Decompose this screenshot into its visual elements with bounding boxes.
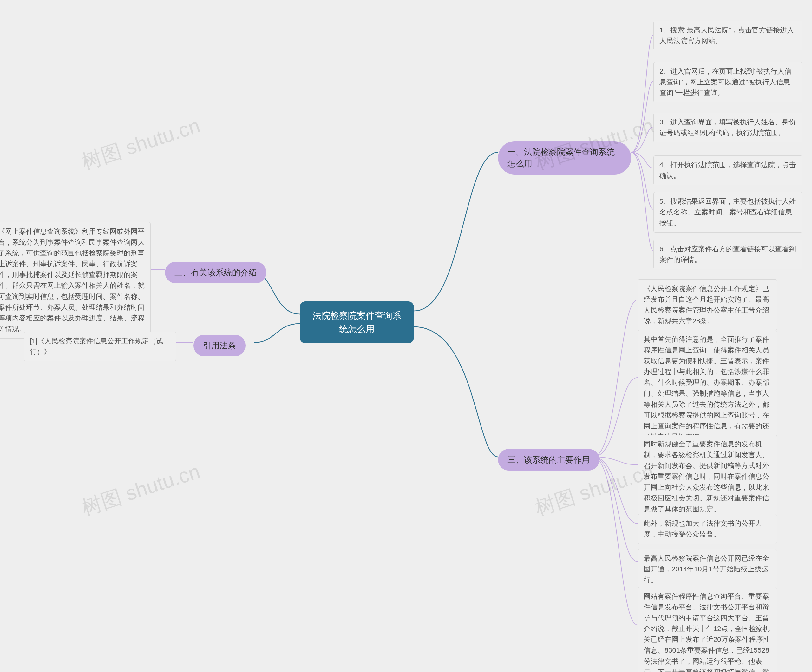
branch-section-2[interactable]: 二、有关该系统的介绍 xyxy=(165,262,266,283)
center-title: 法院检察院案件查询系统怎么用 xyxy=(312,311,401,334)
leaf-s1-item-3-text: 3、进入查询界面，填写被执行人姓名、身份证号码或组织机构代码，执行法院范围。 xyxy=(659,118,796,137)
branch-reference-label: 引用法条 xyxy=(203,341,236,350)
leaf-s3-item-1-text: 《人民检察院案件信息公开工作规定》已经发布并且自这个月起开始实施了。最高人民检察… xyxy=(643,285,769,325)
branch-section-1-label: 一、法院检察院案件查询系统怎么用 xyxy=(507,147,615,168)
branch-reference[interactable]: 引用法条 xyxy=(193,335,246,356)
branch-section-1[interactable]: 一、法院检察院案件查询系统怎么用 xyxy=(498,141,631,174)
leaf-s1-item-6-text: 6、点击对应案件右方的查看链接可以查看到案件的详情。 xyxy=(659,245,796,264)
leaf-section-2-text[interactable]: 《网上案件信息查询系统》利用专线网或外网平台，系统分为刑事案件查询和民事案件查询… xyxy=(0,222,151,339)
leaf-reference-text[interactable]: [1]《人民检察院案件信息公开工作规定（试行）》 xyxy=(24,332,176,361)
leaf-s1-item-4-text: 4、打开执行法院范围，选择查询法院，点击确认。 xyxy=(659,161,796,180)
leaf-s3-item-2-text: 其中首先值得注意的是，全面推行了案件程序性信息网上查询，使得案件相关人员获取信息… xyxy=(643,335,769,441)
leaf-s3-item-5-text: 最高人民检察院案件信息公开网已经在全国开通，2014年10月1号开始陆续上线运行… xyxy=(643,554,769,584)
leaf-s1-item-2-text: 2、进入官网后，在页面上找到"被执行人信息查询"，网上立案可以通过"被执行人信息… xyxy=(659,67,792,97)
leaf-s3-item-1[interactable]: 《人民检察院案件信息公开工作规定》已经发布并且自这个月起开始实施了。最高人民检察… xyxy=(638,279,777,331)
leaf-section-2-content: 《网上案件信息查询系统》利用专线网或外网平台，系统分为刑事案件查询和民事案件查询… xyxy=(0,227,145,333)
leaf-s1-item-5-text: 5、搜索结果返回界面，主要包括被执行人姓名或名称、立案时间、案号和查看详细信息按… xyxy=(659,197,796,227)
leaf-s1-item-3[interactable]: 3、进入查询界面，填写被执行人姓名、身份证号码或组织机构代码，执行法院范围。 xyxy=(653,113,802,142)
leaf-s1-item-5[interactable]: 5、搜索结果返回界面，主要包括被执行人姓名或名称、立案时间、案号和查看详细信息按… xyxy=(653,192,802,233)
leaf-s1-item-1[interactable]: 1、搜索"最高人民法院"，点击官方链接进入人民法院官方网站。 xyxy=(653,21,802,50)
branch-section-3[interactable]: 三、该系统的主要作用 xyxy=(498,449,599,470)
leaf-s1-item-2[interactable]: 2、进入官网后，在页面上找到"被执行人信息查询"，网上立案可以通过"被执行人信息… xyxy=(653,62,802,103)
leaf-s3-item-2[interactable]: 其中首先值得注意的是，全面推行了案件程序性信息网上查询，使得案件相关人员获取信息… xyxy=(638,330,777,446)
leaf-s3-item-5[interactable]: 最高人民检察院案件信息公开网已经在全国开通，2014年10月1号开始陆续上线运行… xyxy=(638,549,777,590)
branch-section-3-label: 三、该系统的主要作用 xyxy=(507,455,590,465)
leaf-s3-item-4[interactable]: 此外，新规也加大了法律文书的公开力度，主动接受公众监督。 xyxy=(638,514,777,544)
leaf-s1-item-1-text: 1、搜索"最高人民法院"，点击官方链接进入人民法院官方网站。 xyxy=(659,26,794,45)
leaf-s3-item-6[interactable]: 网站有案件程序性信息查询平台、重要案件信息发布平台、法律文书公开平台和辩护与代理… xyxy=(638,587,777,672)
leaf-s3-item-3-text: 同时新规健全了重要案件信息的发布机制，要求各级检察机关通过新闻发言人、召开新闻发… xyxy=(643,440,769,513)
leaf-s1-item-6[interactable]: 6、点击对应案件右方的查看链接可以查看到案件的详情。 xyxy=(653,239,802,269)
leaf-s3-item-4-text: 此外，新规也加大了法律文书的公开力度，主动接受公众监督。 xyxy=(643,520,762,538)
leaf-s1-item-4[interactable]: 4、打开执行法院范围，选择查询法院，点击确认。 xyxy=(653,156,802,185)
branch-section-2-label: 二、有关该系统的介绍 xyxy=(174,268,257,277)
watermark-text: 树图 shutu.cn xyxy=(78,458,204,522)
leaf-reference-content: [1]《人民检察院案件信息公开工作规定（试行）》 xyxy=(30,337,163,356)
watermark-text: 树图 shutu.cn xyxy=(78,112,204,176)
leaf-s3-item-3[interactable]: 同时新规健全了重要案件信息的发布机制，要求各级检察机关通过新闻发言人、召开新闻发… xyxy=(638,435,777,519)
center-node[interactable]: 法院检察院案件查询系统怎么用 xyxy=(300,301,414,343)
leaf-s3-item-6-text: 网站有案件程序性信息查询平台、重要案件信息发布平台、法律文书公开平台和辩护与代理… xyxy=(643,592,770,672)
